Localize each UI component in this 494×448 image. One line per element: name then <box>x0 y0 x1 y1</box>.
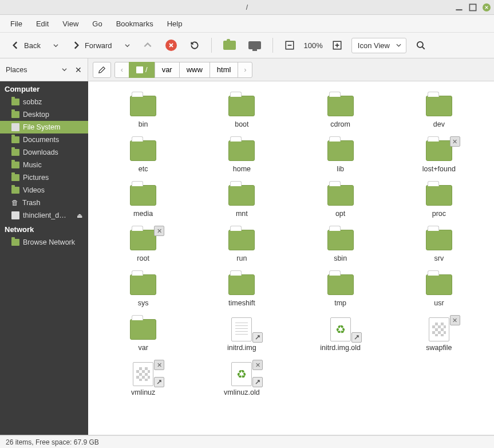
file-item-sbin[interactable]: sbin <box>297 226 384 265</box>
file-item-sys[interactable]: sys <box>100 270 187 309</box>
file-item-proc[interactable]: proc <box>396 181 483 220</box>
sidebar-item-sobbz[interactable]: sobbz <box>0 96 88 108</box>
folder-icon <box>11 162 19 168</box>
back-history-dropdown[interactable] <box>50 41 62 50</box>
sidebar-item-thinclient-d-[interactable]: thinclient_d…⏏ <box>0 209 88 222</box>
file-item-media[interactable]: media <box>100 181 187 220</box>
file-item-initrd-img-old[interactable]: ♻initrd.img.old <box>297 315 384 354</box>
file-item-lib[interactable]: lib <box>297 136 384 175</box>
file-item-initrd-img[interactable]: initrd.img <box>198 315 285 354</box>
menu-edit[interactable]: Edit <box>30 17 54 30</box>
unknown-file-icon <box>429 317 449 341</box>
file-item-lost-found[interactable]: ✕lost+found <box>396 136 483 175</box>
file-item-vmlinuz[interactable]: ✕vmlinuz <box>100 360 187 399</box>
sidebar-item-videos[interactable]: Videos <box>0 184 88 197</box>
file-item-swapfile[interactable]: ✕swapfile <box>396 315 483 354</box>
file-name-label: tmp <box>334 299 346 307</box>
file-item-run[interactable]: run <box>198 226 285 265</box>
file-item-tmp[interactable]: tmp <box>297 270 384 309</box>
sidebar-item-label: File System <box>23 123 60 131</box>
folder-icon <box>327 274 354 295</box>
breadcrumb-label: / <box>145 65 148 74</box>
menu-help[interactable]: Help <box>161 17 188 30</box>
file-item-var[interactable]: var <box>100 315 187 354</box>
up-button[interactable] <box>139 38 156 53</box>
close-button[interactable] <box>483 3 491 11</box>
home-folder-icon <box>223 41 236 50</box>
arrow-right-icon <box>71 40 81 50</box>
sidebar-item-pictures[interactable]: Pictures <box>0 171 88 184</box>
breadcrumb-root[interactable]: / <box>129 62 155 78</box>
file-item-root[interactable]: ✕root <box>100 226 187 265</box>
computer-button[interactable] <box>245 39 264 52</box>
file-item-vmlinuz-old[interactable]: ♻✕vmlinuz.old <box>198 360 285 399</box>
zoom-out-button[interactable] <box>281 38 298 53</box>
file-name-label: usr <box>434 299 444 307</box>
forward-history-dropdown[interactable] <box>121 41 133 50</box>
file-item-cdrom[interactable]: cdrom <box>297 92 384 131</box>
close-sidebar-button[interactable]: ✕ <box>75 65 82 74</box>
sidebar-item-label: Downloads <box>23 148 58 156</box>
maximize-button[interactable] <box>469 3 477 11</box>
minimize-button[interactable] <box>455 3 463 11</box>
file-item-mnt[interactable]: mnt <box>198 181 285 220</box>
file-item-usr[interactable]: usr <box>396 270 483 309</box>
file-item-srv[interactable]: srv <box>396 226 483 265</box>
breadcrumb-www[interactable]: www <box>179 62 210 78</box>
sidebar-item-trash[interactable]: 🗑Trash <box>0 197 88 209</box>
sidebar-item-music[interactable]: Music <box>0 159 88 171</box>
menu-bookmarks[interactable]: Bookmarks <box>110 17 159 30</box>
lock-badge-icon: ✕ <box>154 226 164 236</box>
file-name-label: initrd.img.old <box>320 344 361 352</box>
search-icon <box>416 40 426 50</box>
monitor-icon <box>248 41 261 49</box>
breadcrumb-label: var <box>162 65 172 74</box>
file-name-label: lost+found <box>422 165 456 173</box>
back-label: Back <box>24 41 41 50</box>
file-item-boot[interactable]: boot <box>198 92 285 131</box>
file-item-etc[interactable]: etc <box>100 136 187 175</box>
menu-go[interactable]: Go <box>86 17 108 30</box>
chevron-down-icon[interactable] <box>62 67 67 72</box>
arrow-left-icon <box>10 40 21 50</box>
folder-icon <box>228 96 255 116</box>
file-item-opt[interactable]: opt <box>297 181 384 220</box>
back-button[interactable]: Back <box>7 38 44 53</box>
sidebar-section-computer: Computer <box>0 81 88 96</box>
sidebar-item-desktop[interactable]: Desktop <box>0 108 88 121</box>
lock-badge-icon: ✕ <box>154 360 164 370</box>
file-name-label: bin <box>139 120 148 128</box>
statusbar: 26 items, Free space: 67.9 GB <box>0 435 494 448</box>
sidebar-item-file-system[interactable]: File System <box>0 121 88 133</box>
symlink-badge-icon <box>351 332 362 343</box>
breadcrumb-label: www <box>187 65 203 74</box>
forward-button[interactable]: Forward <box>68 38 116 53</box>
folder-icon <box>130 185 156 206</box>
zoom-in-button[interactable] <box>329 38 346 53</box>
recycle-file-icon: ♻ <box>330 317 351 341</box>
edit-path-button[interactable] <box>93 62 111 78</box>
home-button[interactable] <box>220 38 239 52</box>
icon-view[interactable]: binbootcdromdevetchomelib✕lost+foundmedi… <box>88 81 494 435</box>
file-item-timeshift[interactable]: timeshift <box>198 270 285 309</box>
sidebar-item-documents[interactable]: Documents <box>0 133 88 146</box>
reload-button[interactable] <box>186 38 203 53</box>
file-name-label: etc <box>139 165 148 173</box>
menu-file[interactable]: File <box>5 17 28 30</box>
file-item-bin[interactable]: bin <box>100 92 187 131</box>
sidebar-item-browse-network[interactable]: Browse Network <box>0 236 88 249</box>
view-mode-select[interactable]: Icon View <box>351 38 406 53</box>
menu-view[interactable]: View <box>57 17 84 30</box>
breadcrumb-var[interactable]: var <box>155 62 180 78</box>
eject-icon[interactable]: ⏏ <box>77 212 82 219</box>
stop-button[interactable] <box>162 37 180 53</box>
file-item-dev[interactable]: dev <box>396 92 483 131</box>
breadcrumb-prev[interactable]: ‹ <box>114 62 129 78</box>
search-button[interactable] <box>412 38 429 53</box>
stop-icon <box>165 40 177 51</box>
folder-icon <box>130 319 156 340</box>
breadcrumb-next[interactable]: › <box>238 62 252 78</box>
sidebar-item-downloads[interactable]: Downloads <box>0 146 88 159</box>
breadcrumb-html[interactable]: html <box>210 62 239 78</box>
file-item-home[interactable]: home <box>198 136 285 175</box>
